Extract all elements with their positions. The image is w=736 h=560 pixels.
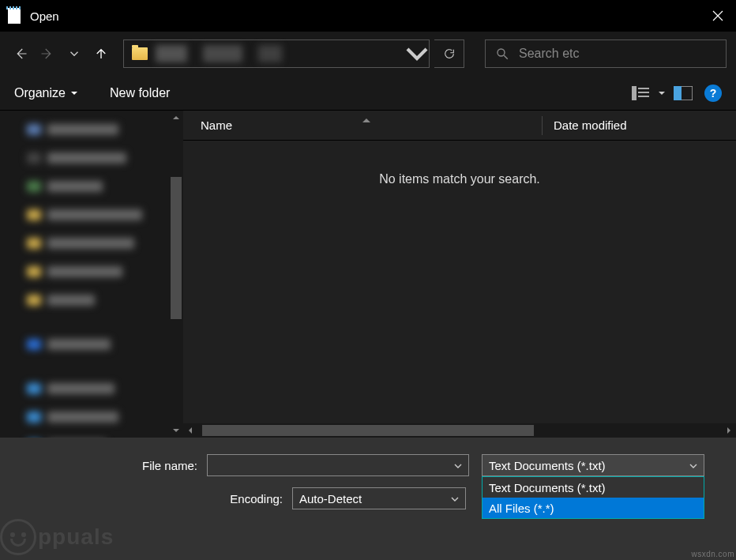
navigation-bar: Search etc [0,32,736,76]
address-bar[interactable] [123,39,430,68]
filename-input[interactable] [207,454,469,476]
encoding-label: Encoding: [0,492,292,506]
filename-history-button[interactable] [454,459,462,472]
preview-pane-icon [674,86,693,100]
caret-down-icon [70,89,78,97]
scrollbar-thumb[interactable] [171,177,182,319]
encoding-value: Auto-Detect [299,492,451,506]
search-icon [495,47,509,61]
forward-button[interactable] [36,43,58,65]
scroll-left-button[interactable] [183,423,197,438]
list-view-icon [632,86,649,100]
footer: File name: Text Documents (*.txt) Text D… [0,438,736,560]
filter-dropdown-list: Text Documents (*.txt) All Files (*.*) [482,476,704,519]
column-date-modified[interactable]: Date modified [543,118,736,132]
back-button[interactable] [9,43,32,65]
scroll-up-button[interactable] [169,111,183,125]
arrow-up-icon [94,47,108,61]
scroll-down-button[interactable] [169,423,183,438]
empty-message: No items match your search. [183,172,736,186]
svg-rect-3 [638,92,649,93]
title-bar: Open [0,0,736,32]
source-mark: wsxdn.com [691,550,734,558]
close-button[interactable] [700,0,736,32]
column-headers: Name Date modified [183,111,736,141]
recent-locations-button[interactable] [63,43,85,65]
search-placeholder: Search etc [519,47,579,61]
encoding-select[interactable]: Auto-Detect [292,487,466,509]
chevron-down-icon [451,495,459,503]
new-folder-button[interactable]: New folder [110,86,170,100]
chevron-down-icon [689,462,697,470]
svg-rect-2 [638,88,649,89]
help-button[interactable]: ? [704,85,722,102]
caret-down-icon [658,89,666,97]
svg-point-0 [498,49,505,56]
folder-icon [132,47,148,60]
search-input[interactable]: Search etc [485,39,727,68]
watermark-text: ppuals [38,524,114,550]
file-type-filter[interactable]: Text Documents (*.txt) Text Documents (*… [482,454,704,476]
svg-rect-6 [674,86,682,100]
svg-rect-4 [638,96,649,97]
navigation-tree[interactable] [0,111,183,438]
watermark-face-icon [0,519,36,555]
refresh-button[interactable] [434,39,464,68]
svg-rect-1 [632,86,636,100]
body: Name Date modified No items match your s… [0,111,736,438]
scroll-right-button[interactable] [722,423,736,438]
toolbar: Organize New folder ? [0,76,736,111]
tree-scrollbar[interactable] [169,111,183,438]
watermark: ppuals [0,519,114,555]
list-hscrollbar[interactable] [183,423,736,438]
chevron-down-icon [405,42,429,66]
organize-button[interactable]: Organize [14,86,66,100]
filter-selected-value: Text Documents (*.txt) [489,459,606,472]
preview-pane-button[interactable] [671,83,695,103]
chevron-down-icon [67,47,81,61]
filename-label: File name: [0,459,207,472]
notepad-icon [6,6,22,25]
sort-indicator-icon [362,112,371,126]
change-view-button[interactable] [629,83,652,103]
address-path [156,45,405,62]
close-icon [712,10,723,21]
arrow-left-icon [13,47,28,61]
change-view-dropdown[interactable] [655,83,668,103]
filter-option[interactable]: All Files (*.*) [483,498,704,518]
address-history-button[interactable] [405,42,429,66]
organize-dropdown[interactable] [70,86,78,100]
file-list-pane: Name Date modified No items match your s… [183,111,736,438]
arrow-right-icon [40,47,54,61]
up-button[interactable] [90,43,112,65]
window-title: Open [30,9,59,23]
filter-option[interactable]: Text Documents (*.txt) [483,477,704,498]
refresh-icon [443,47,456,60]
scrollbar-thumb[interactable] [202,425,534,436]
